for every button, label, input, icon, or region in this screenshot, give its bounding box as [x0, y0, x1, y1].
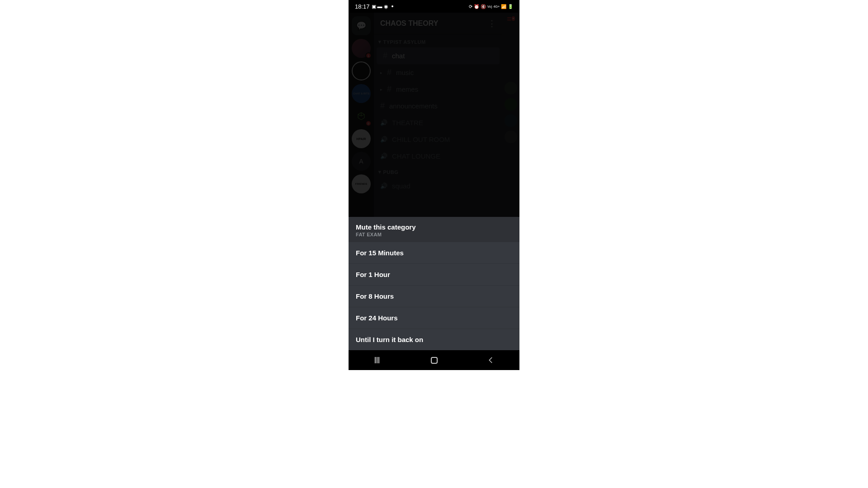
chat-icon: ▬: [377, 4, 382, 9]
mute-option-indefinite[interactable]: Until I turn it back on: [349, 328, 519, 350]
mute-option-8hours[interactable]: For 8 Hours: [349, 285, 519, 307]
status-bar: 18:17 ▣ ▬ ◉ ⟳ ⏰ 🔇 Vo) 4G+ 📶 🔋: [349, 0, 519, 13]
mute-option-1hour[interactable]: For 1 Hour: [349, 263, 519, 285]
signal-icon: 📶: [501, 4, 506, 9]
update-icon: ⟳: [469, 4, 472, 9]
home-icon: [431, 357, 438, 364]
network-type: 4G+: [494, 5, 500, 8]
recents-button[interactable]: [363, 350, 391, 370]
back-icon: [487, 356, 495, 364]
mute-bottom-sheet: Mute this category FAT EXAM For 15 Minut…: [349, 217, 519, 350]
android-nav-bar: [349, 350, 519, 370]
status-left: 18:17 ▣ ▬ ◉: [355, 3, 393, 10]
mute-icon: 🔇: [481, 4, 486, 9]
home-button[interactable]: [420, 350, 448, 370]
sheet-header: Mute this category FAT EXAM: [349, 217, 519, 242]
recents-icon: [375, 357, 379, 363]
back-button[interactable]: [477, 350, 505, 370]
battery-icon: 🔋: [508, 4, 513, 9]
alarm-icon: ⏰: [474, 4, 479, 9]
volte-label: Vo): [487, 5, 492, 8]
app-icon: ◉: [384, 4, 388, 9]
mute-option-15min[interactable]: For 15 Minutes: [349, 242, 519, 263]
phone-frame: 18:17 ▣ ▬ ◉ ⟳ ⏰ 🔇 Vo) 4G+ 📶 🔋 💬 1 CH: [349, 0, 519, 370]
sheet-subtitle: FAT EXAM: [356, 232, 512, 237]
status-notification-icons: ▣ ▬ ◉: [372, 4, 393, 9]
status-time: 18:17: [355, 3, 370, 10]
more-icon: [392, 5, 393, 7]
mute-option-24hours[interactable]: For 24 Hours: [349, 307, 519, 328]
status-right: ⟳ ⏰ 🔇 Vo) 4G+ 📶 🔋: [469, 4, 513, 9]
sheet-title: Mute this category: [356, 223, 512, 231]
image-icon: ▣: [372, 4, 376, 9]
